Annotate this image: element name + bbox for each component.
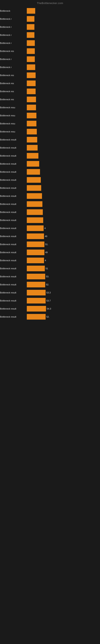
bar-row: Bottleneck result — [0, 160, 98, 167]
bar-label: Bottleneck r — [0, 18, 26, 20]
bar-wrapper — [27, 161, 98, 167]
bar-row: Bottleneck r — [0, 64, 98, 71]
bar — [27, 290, 46, 296]
bar-wrapper — [27, 113, 98, 118]
bar-row: Bottleneck result52. — [0, 313, 98, 320]
bar-label: Bottleneck result — [0, 146, 26, 149]
bar-row: Bottleneck result4 — [0, 257, 98, 264]
bar-row: Bottleneck result — [0, 209, 98, 216]
bar-label: Bottleneck r — [0, 58, 26, 60]
bar-wrapper — [27, 48, 98, 54]
bar-wrapper — [27, 64, 98, 70]
bar-wrapper — [27, 209, 98, 215]
bar-row: Bottleneck res — [0, 96, 98, 103]
bar — [27, 8, 35, 14]
bar-row: Bottleneck resu — [0, 120, 98, 127]
bar-label: Bottleneck res — [0, 74, 26, 76]
bar-label: Bottleneck r — [0, 26, 26, 28]
bar-row: Bottleneck r — [0, 40, 98, 46]
bar-wrapper — [27, 88, 98, 94]
bar — [27, 185, 41, 191]
bar — [27, 226, 44, 231]
bar-wrapper: 51. — [27, 242, 98, 247]
bar-wrapper: 49 — [27, 250, 98, 255]
bar — [27, 201, 42, 207]
bar — [27, 80, 36, 86]
bar-value: 4 — [45, 259, 46, 262]
bar-row: Bottleneck result — [0, 136, 98, 143]
bar — [27, 72, 36, 78]
bar-row: Bottleneck resu — [0, 128, 98, 135]
bar-row: Bottleneck resu — [0, 104, 98, 111]
bar — [27, 64, 35, 70]
bar-label: Bottleneck result — [0, 283, 26, 286]
bar-wrapper — [27, 185, 98, 191]
bar — [27, 129, 37, 134]
bar — [27, 169, 40, 175]
bar-wrapper — [27, 153, 98, 158]
bar-label: Bottleneck result — [0, 162, 26, 165]
bar-label: Bottleneck result — [0, 179, 26, 181]
bar-wrapper — [27, 137, 98, 142]
bar-wrapper — [27, 177, 98, 183]
bar-wrapper: 52. — [27, 282, 98, 288]
bar-label: Bottleneck result — [0, 154, 26, 157]
bar-label: Bottleneck r — [0, 66, 26, 68]
bar-row: Bottleneck res — [0, 88, 98, 95]
bar-label: Bottleneck res — [0, 98, 26, 100]
bar-row: Bottleneck r — [0, 24, 98, 30]
bar-value: 53.7 — [47, 300, 50, 302]
bar-row: Bottleneck r — [0, 16, 98, 22]
bar — [27, 282, 45, 288]
bar-label: Bottleneck result — [0, 195, 26, 197]
bar — [27, 234, 44, 239]
bar — [27, 193, 42, 199]
bar — [27, 96, 36, 102]
bar-label: Bottleneck result — [0, 308, 26, 310]
bar-value: 52. — [46, 283, 49, 286]
bar-row: Bottleneck result49 — [0, 233, 98, 240]
bar — [27, 24, 34, 30]
bar-wrapper: 52. — [27, 314, 98, 320]
bar — [27, 56, 35, 62]
bar-row: Bottleneck result54.3 — [0, 305, 98, 312]
bar — [27, 242, 44, 247]
bar-row: Bottleneck result — [0, 192, 98, 200]
bar — [27, 298, 46, 304]
bar-value: 51. — [45, 243, 48, 246]
bar-label: Bottleneck result — [0, 300, 26, 302]
bar-value: 53.3 — [47, 292, 50, 294]
bar-row: Bottleneck result — [0, 168, 98, 175]
bar-value: 49 — [45, 235, 47, 238]
bar — [27, 161, 39, 167]
bar-wrapper — [27, 96, 98, 102]
bar — [27, 105, 36, 110]
bar-value: 53. — [46, 275, 49, 278]
bar-wrapper — [27, 80, 98, 86]
bar-label: Bottleneck result — [0, 267, 26, 270]
bar-row: Bottleneck result52. — [0, 281, 98, 288]
bar-row: Bottleneck result51 — [0, 265, 98, 272]
bar-label: Bottleneck r — [0, 42, 26, 44]
bar — [27, 258, 44, 263]
bar — [27, 113, 36, 118]
bar-row: Bottleneck result — [0, 176, 98, 183]
bar-row: Bottleneck result53. — [0, 273, 98, 280]
bar — [27, 137, 37, 142]
bar-label: Bottleneck resu — [0, 130, 26, 133]
bar-row: Bottleneck res — [0, 80, 98, 87]
bar — [27, 48, 35, 54]
bar-wrapper — [27, 32, 98, 38]
bar-row: Bottleneck result4 — [0, 225, 98, 232]
bar — [27, 209, 43, 215]
bar-wrapper: 53.7 — [27, 298, 98, 304]
bar-wrapper — [27, 56, 98, 62]
bar-label: Bottleneck result — [0, 316, 26, 318]
bar-row: Bottleneck r — [0, 32, 98, 38]
bar-wrapper — [27, 40, 98, 46]
bar-row: Bottleneck res — [0, 48, 98, 54]
bar — [27, 40, 35, 46]
bar-value: 4 — [44, 227, 46, 230]
bar-label: Bottleneck result — [0, 235, 26, 238]
bar-label: Bottleneck result — [0, 243, 26, 246]
